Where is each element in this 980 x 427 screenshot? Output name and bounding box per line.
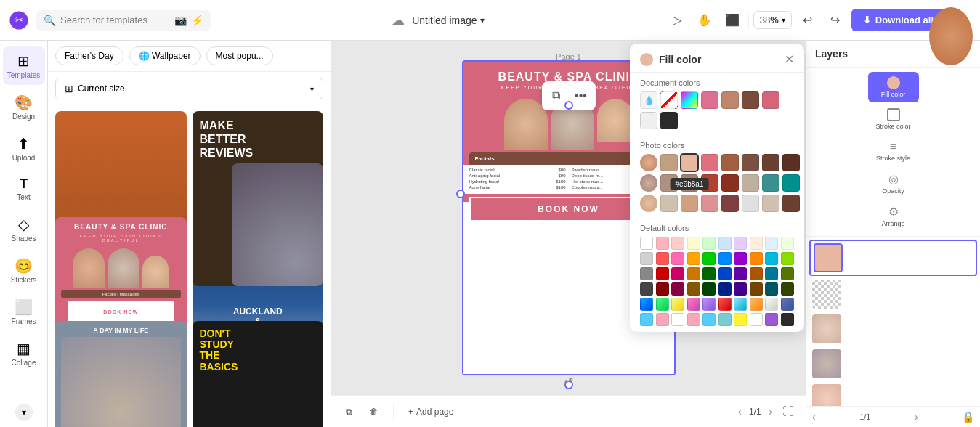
dc-1-8[interactable] xyxy=(750,237,763,250)
pc3-2[interactable] xyxy=(681,195,698,212)
sidebar-item-frames[interactable]: ⬜ Frames xyxy=(3,293,45,331)
dc-3-4[interactable] xyxy=(687,267,700,280)
pc3-3[interactable] xyxy=(701,195,718,212)
sidebar-item-design[interactable]: 🎨 Design xyxy=(3,88,45,126)
dc-5-5[interactable] xyxy=(702,298,716,311)
template-card-study[interactable]: DON'TSTUDYTHEBASICS xyxy=(193,321,324,427)
dc-4-3[interactable] xyxy=(671,282,684,296)
dc-5-3[interactable] xyxy=(671,298,684,311)
pc3-1[interactable] xyxy=(660,195,678,212)
dc-6-5[interactable] xyxy=(702,313,716,326)
dc-2-2[interactable] xyxy=(656,252,669,265)
sidebar-item-upload[interactable]: ⬆ Upload xyxy=(3,129,45,168)
dc-4-4[interactable] xyxy=(687,282,700,296)
layer-prev-btn[interactable]: ‹ xyxy=(812,411,816,423)
layer-item-3[interactable] xyxy=(809,312,977,346)
dc-1-10[interactable] xyxy=(781,237,794,250)
pc3-5[interactable] xyxy=(742,195,759,212)
dc-4-8[interactable] xyxy=(750,282,763,296)
dc-5-10[interactable] xyxy=(781,298,794,311)
fill-color-option[interactable]: Fill color xyxy=(868,72,919,102)
filter-chip-most-popular[interactable]: Most popu... xyxy=(206,46,273,65)
dc-2-6[interactable] xyxy=(718,252,732,265)
eyedropper-btn[interactable]: 💧 xyxy=(640,92,657,109)
dc-5-1[interactable] xyxy=(640,298,653,311)
layer-next-btn[interactable]: › xyxy=(915,411,918,423)
doc-color-5[interactable] xyxy=(640,112,657,129)
dc-6-7[interactable] xyxy=(734,313,747,326)
prev-page-btn[interactable]: ‹ xyxy=(735,402,745,421)
file-title[interactable]: Untitled image ▾ xyxy=(412,15,485,26)
dc-3-6[interactable] xyxy=(718,267,732,280)
resize-handle-top[interactable] xyxy=(564,101,573,110)
dc-2-8[interactable] xyxy=(750,252,763,265)
doc-color-1[interactable] xyxy=(701,92,718,109)
sidebar-item-shapes[interactable]: ◇ Shapes xyxy=(3,210,45,248)
resize-handle-bottom[interactable] xyxy=(564,381,573,389)
dc-3-9[interactable] xyxy=(765,267,778,280)
redo-btn[interactable]: ↪ xyxy=(824,9,847,32)
zoom-control[interactable]: 38% ▾ xyxy=(753,11,792,29)
pc-4[interactable] xyxy=(721,154,739,171)
hand-tool-btn[interactable]: ✋ xyxy=(693,9,716,32)
fullscreen-btn[interactable]: ⛶ xyxy=(779,402,797,421)
doc-color-4[interactable] xyxy=(762,92,779,109)
dc-4-7[interactable] xyxy=(734,282,747,296)
sidebar-item-templates[interactable]: ⊞ Templates xyxy=(3,46,45,85)
dc-1-3[interactable] xyxy=(671,237,684,250)
dc-2-1[interactable] xyxy=(640,252,653,265)
dc-3-10[interactable] xyxy=(781,267,794,280)
template-card-dayinlife[interactable]: A DAY IN MY LIFE xyxy=(55,321,187,427)
dc-2-4[interactable] xyxy=(687,252,700,265)
dc-5-4[interactable] xyxy=(687,298,700,311)
sidebar-item-text[interactable]: T Text xyxy=(3,171,45,207)
dc-6-9[interactable] xyxy=(765,313,778,326)
gradient-swatch[interactable] xyxy=(681,92,698,109)
dc-3-1[interactable] xyxy=(640,267,653,280)
sidebar-item-stickers[interactable]: 😊 Stickers xyxy=(3,251,45,290)
more-btn[interactable]: ▾ xyxy=(15,404,33,421)
pc3-4[interactable] xyxy=(721,195,739,212)
dc-2-7[interactable] xyxy=(734,252,747,265)
add-page-btn[interactable]: + Add page xyxy=(402,404,459,420)
pc-7[interactable] xyxy=(782,154,800,171)
transparent-swatch[interactable] xyxy=(660,92,678,109)
dc-6-8[interactable] xyxy=(750,313,763,326)
dc-1-9[interactable] xyxy=(765,237,778,250)
dc-6-3[interactable] xyxy=(671,313,684,326)
delete-page-btn[interactable]: 🗑 xyxy=(364,404,384,420)
resize-handle-left[interactable] xyxy=(456,190,465,198)
dc-5-9[interactable] xyxy=(765,298,778,311)
dc-1-6[interactable] xyxy=(718,237,732,250)
pc2-7[interactable] xyxy=(782,174,800,192)
pc-1[interactable] xyxy=(660,154,678,171)
stroke-style-option[interactable]: ≡ Stroke style xyxy=(868,136,919,166)
pc2-6[interactable] xyxy=(762,174,779,192)
add-page-icon-btn[interactable]: ⧉ xyxy=(340,404,358,420)
dc-6-10[interactable] xyxy=(781,313,794,326)
doc-color-2[interactable] xyxy=(721,92,739,109)
dc-2-3[interactable] xyxy=(671,252,684,265)
doc-color-6[interactable] xyxy=(660,112,678,129)
dc-4-1[interactable] xyxy=(640,282,653,296)
dc-3-3[interactable] xyxy=(671,267,684,280)
layer-item-5[interactable] xyxy=(809,382,977,406)
dc-1-4[interactable] xyxy=(687,237,700,250)
arrange-option[interactable]: ⚙ Arrange xyxy=(868,200,919,232)
frame-tool-btn[interactable]: ⬛ xyxy=(721,9,744,32)
opacity-option[interactable]: ◎ Opacity xyxy=(868,168,919,199)
layer-lock-btn[interactable]: 🔒 xyxy=(962,411,974,423)
dc-4-10[interactable] xyxy=(781,282,794,296)
dc-2-10[interactable] xyxy=(781,252,794,265)
pc3-6[interactable] xyxy=(762,195,779,212)
search-bar[interactable]: 🔍 📷 ⚡ xyxy=(36,10,211,30)
dc-4-9[interactable] xyxy=(765,282,778,296)
current-size-btn[interactable]: ⊞ Current size ▾ xyxy=(55,78,323,99)
dc-5-8[interactable] xyxy=(750,298,763,311)
dc-4-2[interactable] xyxy=(656,282,669,296)
pc-3[interactable] xyxy=(701,154,718,171)
pc3-7[interactable] xyxy=(782,195,800,212)
dc-1-7[interactable] xyxy=(734,237,747,250)
dc-5-2[interactable] xyxy=(656,298,669,311)
pc-2-active[interactable]: #e9b8a1 xyxy=(681,154,698,171)
